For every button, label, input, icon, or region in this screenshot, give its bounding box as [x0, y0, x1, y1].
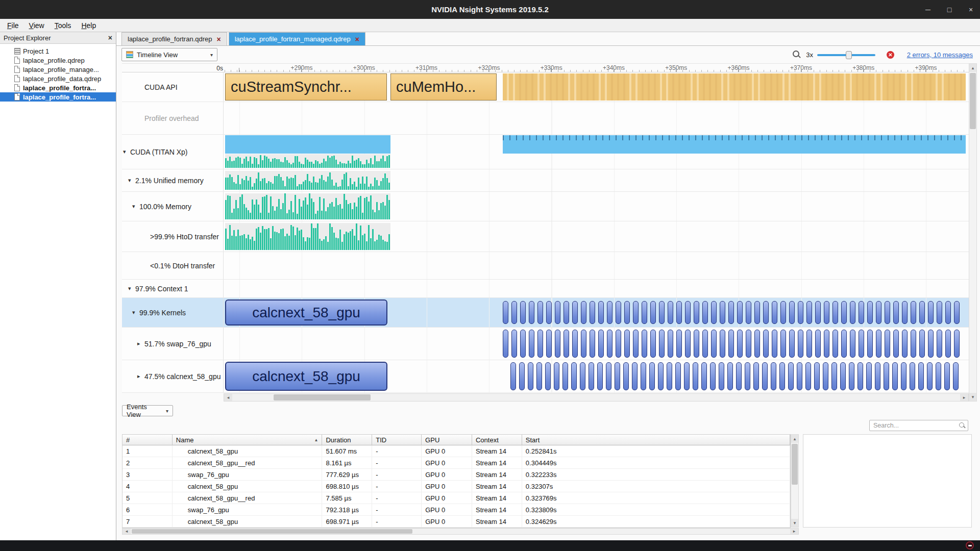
row-label-dtoh-transfer[interactable]: <0.1% DtoH transfer	[122, 252, 224, 279]
close-icon[interactable]: ×	[967, 6, 975, 14]
tree-item-4[interactable]: laplace_profile_fortra...	[0, 83, 116, 92]
tab-laplace-profile-fortran[interactable]: laplace_profile_fortran.qdrep ×	[121, 32, 227, 45]
menu-help[interactable]: Help	[76, 19, 101, 32]
scroll-down-icon[interactable]: ▾	[791, 519, 798, 527]
track-calcnext-58-gpu[interactable]: calcnext_58_gpu	[224, 360, 969, 392]
notification-bubble-icon[interactable]	[966, 541, 974, 549]
row-label-calcnext-58-gpu[interactable]: ▸ 47.5% calcnext_58_gpu	[122, 360, 224, 392]
scroll-up-icon[interactable]: ▴	[969, 64, 976, 72]
gpu-activity-bar-2[interactable]	[503, 135, 966, 154]
track-cuda-api[interactable]: cuStreamSynchr... cuMemHo...	[224, 72, 969, 102]
track-swap-76-gpu[interactable]	[224, 328, 969, 360]
row-label-cuda-titan-xp[interactable]: ▾ CUDA (TITAN Xp)	[122, 135, 224, 169]
zoom-slider-handle[interactable]	[846, 51, 852, 59]
events-view-selector[interactable]: Events View ▾	[122, 405, 173, 416]
menu-view[interactable]: View	[24, 19, 50, 32]
calcnext-summary-bar[interactable]: calcnext_58_gpu	[225, 362, 387, 391]
row-label-context-1[interactable]: ▾ 97.9% Context 1	[122, 280, 224, 297]
expand-arrow-icon[interactable]: ▸	[137, 373, 144, 380]
swap-instance-bars[interactable]	[503, 330, 966, 358]
column-header-context[interactable]: Context	[472, 435, 522, 445]
track-dtoh-transfer[interactable]	[224, 252, 969, 279]
scroll-right-icon[interactable]: ▸	[790, 529, 798, 534]
row-label-unified-memory[interactable]: ▾ 2.1% Unified memory	[122, 169, 224, 191]
kernels-summary-bar[interactable]: calcnext_58_gpu	[225, 299, 387, 325]
kernel-instance-bars[interactable]	[503, 301, 966, 324]
tree-item-1[interactable]: laplace_profile.qdrep	[0, 56, 116, 65]
column-header-start[interactable]: Start	[522, 435, 790, 445]
cuda-api-call-bar-2[interactable]: cuMemHo...	[390, 73, 497, 101]
tab-close-icon[interactable]: ×	[217, 35, 221, 43]
unified-memory-wave[interactable]	[225, 171, 390, 190]
track-context-1[interactable]	[224, 280, 969, 297]
track-htod-transfer[interactable]	[224, 221, 969, 252]
errors-messages-link[interactable]: 2 errors, 10 messages	[907, 51, 973, 59]
row-label-memory[interactable]: ▾ 100.0% Memory	[122, 192, 224, 221]
collapse-arrow-icon[interactable]: ▾	[132, 203, 139, 210]
gpu-memory-wave[interactable]	[225, 154, 390, 168]
scroll-left-icon[interactable]: ◂	[122, 529, 131, 534]
column-header-gpu[interactable]: GPU	[422, 435, 472, 445]
row-label-profiler-overhead[interactable]: Profiler overhead	[122, 102, 224, 134]
row-label-swap-76-gpu[interactable]: ▸ 51.7% swap_76_gpu	[122, 328, 224, 360]
tree-item-3[interactable]: laplace_profile_data.qdrep	[0, 74, 116, 83]
calcnext-instance-bars[interactable]	[510, 362, 966, 390]
timeline-horizontal-scrollbar[interactable]: ◂ ▸	[224, 393, 969, 402]
scroll-right-icon[interactable]: ▸	[960, 394, 968, 401]
row-label-kernels[interactable]: ▾ 99.9% Kernels	[122, 298, 224, 327]
scroll-up-icon[interactable]: ▴	[791, 435, 798, 443]
cell-context: Stream 14	[472, 492, 522, 504]
htod-wave[interactable]	[225, 223, 390, 250]
column-header-tid[interactable]: TID	[372, 435, 422, 445]
events-table-row-3[interactable]: 3swap_76_gpu777.629 µs-GPU 0Stream 140.3…	[122, 469, 790, 481]
events-table-row-7[interactable]: 7calcnext_58_gpu698.971 µs-GPU 0Stream 1…	[122, 516, 790, 528]
panel-close-icon[interactable]: ×	[108, 34, 112, 42]
timeline-ruler[interactable]: 0s +290ms+300ms+310ms+320ms+330ms+340ms+…	[122, 63, 969, 72]
memory-wave[interactable]	[225, 193, 390, 219]
scrollbar-thumb[interactable]	[132, 529, 412, 534]
events-vertical-scrollbar[interactable]: ▴ ▾	[791, 434, 799, 528]
collapse-arrow-icon[interactable]: ▾	[128, 177, 135, 184]
events-table-row-1[interactable]: 1calcnext_58_gpu51.607 ms-GPU 0Stream 14…	[122, 445, 790, 457]
events-horizontal-scrollbar[interactable]: ◂ ▸	[122, 528, 799, 535]
events-table-row-4[interactable]: 4calcnext_58_gpu698.810 µs-GPU 0Stream 1…	[122, 481, 790, 492]
events-table-row-5[interactable]: 5calcnext_58_gpu__red7.585 µs-GPU 0Strea…	[122, 492, 790, 504]
column-header-duration[interactable]: Duration	[322, 435, 372, 445]
column-header-[interactable]: #	[122, 435, 173, 445]
scroll-left-icon[interactable]: ◂	[224, 394, 232, 401]
tree-item-5[interactable]: laplace_profile_fortra...	[0, 92, 116, 102]
track-profiler-overhead[interactable]	[224, 102, 969, 134]
timeline-view-selector[interactable]: Timeline View ▾	[121, 48, 217, 61]
collapse-arrow-icon[interactable]: ▾	[128, 285, 135, 292]
expand-arrow-icon[interactable]: ▸	[137, 340, 144, 347]
search-input[interactable]	[869, 420, 968, 431]
scroll-down-icon[interactable]: ▾	[969, 393, 976, 401]
events-table-row-2[interactable]: 2calcnext_58_gpu__red8.161 µs-GPU 0Strea…	[122, 457, 790, 469]
track-unified-memory[interactable]	[224, 169, 969, 191]
menu-file[interactable]: File	[2, 19, 24, 32]
row-label-cuda-api[interactable]: CUDA API	[122, 72, 224, 102]
collapse-arrow-icon[interactable]: ▾	[132, 309, 139, 316]
tab-laplace-profile-fortran-managed[interactable]: laplace_profile_fortran_managed.qdrep ×	[229, 32, 365, 45]
scrollbar-thumb[interactable]	[970, 73, 976, 129]
cuda-api-call-bar-1[interactable]: cuStreamSynchr...	[225, 73, 387, 101]
menu-tools[interactable]: Tools	[50, 19, 77, 32]
column-header-name[interactable]: Name▲	[173, 435, 323, 445]
tree-item-0[interactable]: Project 1	[0, 46, 116, 56]
scrollbar-thumb[interactable]	[792, 444, 798, 485]
row-label-htod-transfer[interactable]: >99.9% HtoD transfer	[122, 221, 224, 252]
collapse-arrow-icon[interactable]: ▾	[123, 148, 130, 155]
cuda-api-dense-calls[interactable]	[503, 73, 966, 101]
timeline-vertical-scrollbar[interactable]: ▴ ▾	[969, 63, 977, 402]
track-memory[interactable]	[224, 192, 969, 221]
events-table-row-6[interactable]: 6swap_76_gpu792.318 µs-GPU 0Stream 140.3…	[122, 504, 790, 516]
tab-close-icon[interactable]: ×	[355, 35, 359, 43]
track-kernels[interactable]: calcnext_58_gpu	[224, 298, 969, 327]
tree-item-2[interactable]: laplace_profile_manage...	[0, 65, 116, 74]
track-cuda-titan-xp[interactable]	[224, 135, 969, 169]
minimize-icon[interactable]: ─	[924, 6, 932, 14]
gpu-activity-bar-1[interactable]	[225, 135, 390, 154]
zoom-slider[interactable]	[817, 54, 875, 56]
scrollbar-thumb[interactable]	[274, 394, 371, 400]
maximize-icon[interactable]: □	[945, 6, 953, 14]
